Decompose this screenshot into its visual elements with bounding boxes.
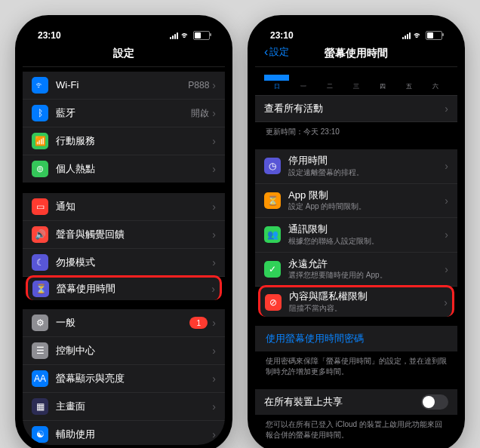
notifications-icon: ▭: [32, 198, 48, 215]
signal-icon: [170, 32, 178, 39]
chevron-right-icon: ›: [212, 229, 216, 241]
chevron-right-icon: ›: [212, 428, 216, 440]
row-label: Wi-Fi: [56, 79, 188, 91]
display-icon: AA: [32, 370, 48, 387]
settings-row-sounds[interactable]: 🔊 聲音與觸覺回饋 ›: [23, 221, 225, 249]
chevron-right-icon: ›: [212, 345, 216, 357]
settings-row-dnd[interactable]: ☾ 勿擾模式 ›: [23, 249, 225, 277]
chevron-right-icon: ›: [211, 283, 215, 295]
check-icon: ✓: [264, 261, 281, 278]
chevron-left-icon: ‹: [264, 46, 268, 58]
settings-row-notifications[interactable]: ▭ 通知 ›: [23, 193, 225, 221]
chevron-right-icon: ›: [212, 201, 216, 213]
use-passcode-link[interactable]: 使用螢幕使用時間密碼: [255, 326, 457, 351]
wifi-status-icon: ᯤ: [181, 30, 190, 41]
antenna-icon: 📶: [32, 133, 48, 149]
clock-icon: ◷: [264, 158, 281, 174]
update-time: 更新時間：今天 23:10: [255, 122, 457, 139]
settings-row-controlcenter[interactable]: ☰ 控制中心 ›: [23, 337, 225, 365]
nav-bar: ‹ 設定 螢幕使用時間: [255, 42, 457, 67]
chevron-right-icon: ›: [445, 160, 448, 172]
see-all-activity[interactable]: 查看所有活動 ›: [255, 95, 457, 122]
page-title: 設定: [32, 47, 216, 60]
settings-row-accessibility[interactable]: ☯ 輔助使用 ›: [23, 421, 225, 445]
badge-count: 1: [189, 317, 208, 329]
grid-icon: ▦: [32, 398, 48, 415]
row-value: P888: [188, 80, 209, 91]
hotspot-icon: ⊚: [32, 161, 48, 177]
settings-row-screentime[interactable]: ⏳ 螢幕使用時間 ›: [26, 275, 222, 300]
prohibit-icon: ⊘: [265, 294, 282, 311]
usage-chart: 日一二三四五六: [255, 67, 457, 95]
passcode-note: 使用密碼來保障「螢幕使用時間」的設定，並在達到限制時允許增加更多時間。: [255, 351, 457, 379]
chevron-right-icon: ›: [212, 79, 216, 91]
row-communication[interactable]: 👥 通訊限制 根據您的聯絡人設定限制。 ›: [255, 218, 457, 253]
chevron-right-icon: ›: [444, 296, 448, 308]
chevron-right-icon: ›: [212, 163, 216, 175]
settings-row-hotspot[interactable]: ⊚ 個人熱點 ›: [23, 155, 225, 183]
wifi-status-icon: ᯤ: [414, 30, 423, 41]
battery-icon: [193, 31, 210, 40]
row-content-privacy[interactable]: ⊘ 內容與隱私權限制 阻擋不當內容。 ›: [258, 285, 454, 317]
chevron-right-icon: ›: [445, 263, 448, 275]
page-title: 螢幕使用時間: [264, 47, 448, 60]
accessibility-icon: ☯: [32, 426, 48, 443]
clock: 23:10: [270, 30, 294, 41]
settings-row-general[interactable]: ⚙ 一般 1 ›: [23, 309, 225, 337]
hourglass-icon: ⏳: [32, 281, 49, 297]
share-note: 您可以在所有已登入 iCloud 的裝置上啟用此功能來回報合併的螢幕使用時間。: [255, 415, 457, 442]
person-icon: 👥: [264, 226, 281, 243]
wifi-icon: ᯤ: [32, 77, 48, 94]
hourglass-icon: ⏳: [264, 192, 281, 209]
sounds-icon: 🔊: [32, 226, 48, 243]
signal-icon: [402, 32, 411, 39]
row-downtime[interactable]: ◷ 停用時間 設定遠離螢幕的排程。 ›: [255, 149, 457, 184]
settings-row-display[interactable]: AA 螢幕顯示與亮度 ›: [23, 365, 225, 393]
settings-row-wifi[interactable]: ᯤ Wi-Fi P888 ›: [23, 72, 225, 100]
chevron-right-icon: ›: [445, 103, 448, 115]
chevron-right-icon: ›: [212, 317, 216, 329]
clock: 23:10: [38, 30, 61, 41]
row-share-devices[interactable]: 在所有裝置上共享: [255, 389, 457, 415]
row-allowed[interactable]: ✓ 永遠允許 選擇您想要隨時使用的 App。 ›: [255, 253, 457, 287]
back-button[interactable]: ‹ 設定: [264, 45, 289, 59]
moon-icon: ☾: [32, 254, 48, 271]
chevron-right-icon: ›: [212, 135, 216, 147]
nav-bar: 設定: [23, 42, 225, 67]
chevron-right-icon: ›: [445, 229, 448, 241]
battery-icon: [426, 31, 442, 40]
chevron-right-icon: ›: [212, 256, 216, 268]
settings-row-cellular[interactable]: 📶 行動服務 ›: [23, 127, 225, 155]
settings-row-bluetooth[interactable]: ᛒ 藍牙 開啟 ›: [23, 100, 225, 127]
chevron-right-icon: ›: [445, 195, 448, 207]
settings-row-homescreen[interactable]: ▦ 主畫面 ›: [23, 393, 225, 421]
phone-left: 23:10 ᯤ 設定 ᯤ Wi-Fi P888 › ᛒ 藍牙: [15, 15, 232, 448]
chevron-right-icon: ›: [212, 400, 216, 413]
sliders-icon: ☰: [32, 342, 48, 359]
share-toggle[interactable]: [421, 394, 448, 410]
bluetooth-icon: ᛒ: [32, 105, 48, 121]
chevron-right-icon: ›: [212, 373, 216, 385]
chevron-right-icon: ›: [212, 107, 216, 119]
row-applimits[interactable]: ⏳ App 限制 設定 App 的時間限制。 ›: [255, 184, 457, 219]
gear-icon: ⚙: [32, 315, 48, 331]
phone-right: 23:10 ᯤ ‹ 設定 螢幕使用時間 日一二三四五六 查看所有活動: [248, 15, 465, 448]
